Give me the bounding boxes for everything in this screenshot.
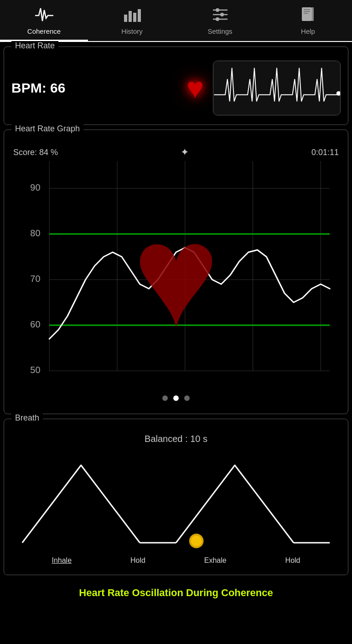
book-icon [300, 6, 316, 26]
navigation-bar: Coherence History Settings [0, 0, 352, 42]
hold-label-2: Hold [285, 556, 300, 565]
sliders-icon [211, 6, 229, 26]
inhale-label: Inhale [52, 556, 72, 565]
bpm-label: BPM: 66 [11, 80, 186, 96]
svg-rect-11 [304, 9, 310, 10]
pagination-dots [9, 389, 343, 405]
hold-label-1: Hold [130, 556, 145, 565]
svg-rect-3 [138, 9, 141, 22]
breath-section: Breath Balanced : 10 s Inhale Hold Ex [4, 419, 348, 575]
exhale-label: Exhale [204, 556, 227, 565]
heart-rate-graph: ♥ 90 80 70 60 5 [9, 161, 343, 389]
footer-text: Heart Rate Oscillation During Coherence [0, 580, 352, 608]
svg-text:50: 50 [30, 365, 40, 375]
pagination-dot-3[interactable] [184, 395, 190, 401]
svg-rect-12 [304, 11, 310, 12]
nav-help[interactable]: Help [264, 0, 352, 41]
svg-text:90: 90 [30, 182, 40, 192]
graph-content: Score: 84 % ✦ 0:01:11 ♥ [4, 134, 348, 414]
score-label: Score: 84 % [13, 148, 58, 157]
ecg-waveform [213, 61, 341, 115]
nav-coherence[interactable]: Coherence [0, 0, 88, 41]
nav-settings-label: Settings [207, 27, 232, 35]
heart-rate-graph-title: Heart Rate Graph [11, 124, 83, 134]
bars-icon [123, 6, 141, 26]
bluetooth-icon: ✦ [181, 146, 189, 158]
svg-point-8 [220, 13, 224, 16]
breath-content: Balanced : 10 s Inhale Hold Exhale Hol [4, 423, 348, 575]
pulse-icon [35, 6, 53, 26]
svg-text:70: 70 [30, 274, 40, 284]
heart-rate-section: Heart Rate BPM: 66 ♥ [4, 47, 348, 125]
score-row: Score: 84 % ✦ 0:01:11 [9, 146, 343, 161]
balanced-label: Balanced : 10 s [9, 434, 343, 444]
nav-help-label: Help [301, 27, 315, 35]
svg-text:80: 80 [30, 228, 40, 238]
svg-rect-0 [124, 15, 127, 22]
svg-rect-35 [9, 452, 343, 552]
pagination-dot-2[interactable] [173, 395, 179, 401]
breath-title: Breath [11, 413, 43, 423]
nav-settings[interactable]: Settings [176, 0, 264, 41]
nav-coherence-label: Coherence [27, 27, 61, 35]
heart-rate-graph-section: Heart Rate Graph Score: 84 % ✦ 0:01:11 ♥ [4, 130, 348, 414]
breath-labels: Inhale Hold Exhale Hold [9, 552, 343, 567]
breath-waveform [9, 452, 343, 552]
svg-rect-17 [9, 161, 343, 389]
timer-label: 0:01:11 [311, 148, 339, 157]
svg-text:60: 60 [30, 319, 40, 329]
svg-rect-14 [312, 7, 314, 21]
svg-rect-13 [304, 13, 308, 14]
heart-rate-title: Heart Rate [11, 41, 58, 51]
svg-point-7 [216, 8, 219, 12]
nav-history[interactable]: History [88, 0, 176, 41]
svg-point-9 [216, 17, 219, 21]
heart-rate-content: BPM: 66 ♥ [4, 52, 348, 125]
svg-rect-1 [129, 11, 132, 22]
svg-rect-2 [133, 13, 136, 22]
nav-history-label: History [121, 27, 143, 35]
svg-point-39 [191, 535, 202, 546]
pagination-dot-1[interactable] [162, 395, 168, 401]
heart-icon: ♥ [186, 71, 204, 105]
